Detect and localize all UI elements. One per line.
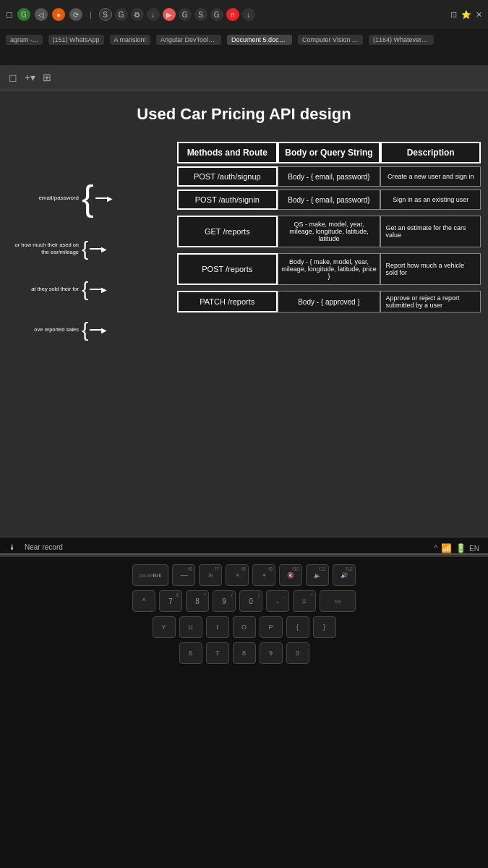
key-7-top: & xyxy=(176,592,179,597)
tab-whatever[interactable]: (1164) Whatever th... xyxy=(369,35,434,45)
nav-icon-green[interactable]: G xyxy=(17,8,30,21)
ext-icon8[interactable]: G xyxy=(210,8,223,21)
key-b6-label: 6 xyxy=(189,650,192,657)
ext-icon6[interactable]: G xyxy=(179,8,192,21)
nav-icon-gray2[interactable]: ⟳ xyxy=(69,8,82,21)
key-f7-top: f7 xyxy=(215,566,219,571)
key-f9-icon: ✦ xyxy=(262,572,267,579)
add-icon[interactable]: +▾ xyxy=(25,72,35,83)
nav-icon-orange[interactable]: ● xyxy=(52,8,65,21)
key-u[interactable]: U xyxy=(179,616,202,638)
ext-icon7[interactable]: S xyxy=(194,8,207,21)
main-content: Used Car Pricing API design email/passwo… xyxy=(0,90,488,537)
th-methods: Methods and Route xyxy=(177,142,278,163)
browser-chrome: ◻ G ◁ ● ⟳ | S G ⚙ ↓ ▶ G S G n ↓ ⊡ ⭐ ✕ ag… xyxy=(0,0,488,65)
key-pause[interactable]: pauseBrk xyxy=(132,564,168,586)
key-f9[interactable]: f9✦ xyxy=(252,564,275,586)
key-y-label: Y xyxy=(161,624,166,631)
annotation-get: or how much their ased on the ear/mileag… xyxy=(13,230,113,268)
sub-toolbar: ◻ +▾ ⊞ xyxy=(0,65,488,90)
ext-icon2[interactable]: G xyxy=(115,8,128,21)
annotation-patch: ove reported sales { ▶ xyxy=(13,311,113,349)
key-o[interactable]: O xyxy=(233,616,256,638)
key-u-label: U xyxy=(188,624,193,631)
key-f7[interactable]: f7⊞ xyxy=(199,564,222,586)
ann-text-patch: ove reported sales xyxy=(13,326,82,333)
key-9-main: 9 xyxy=(222,597,226,605)
tab-mansion[interactable]: A mansion! xyxy=(110,35,151,45)
key-caret[interactable]: ^ xyxy=(132,590,155,612)
key-minus-main: - xyxy=(276,597,278,605)
key-8[interactable]: * 8 xyxy=(186,590,209,612)
bookmark-icon[interactable]: ⭐ xyxy=(461,10,471,20)
tab-whatsapp[interactable]: (151) WhatsApp xyxy=(48,35,104,45)
ann-arrow-auth xyxy=(95,197,107,199)
key-0[interactable]: ) 0 xyxy=(239,590,262,612)
grid-icon[interactable]: ⊞ xyxy=(43,72,51,83)
td-method-get: GET /reports xyxy=(177,216,278,247)
key-f11[interactable]: f11🔈 xyxy=(306,564,329,586)
key-b9[interactable]: 9 xyxy=(260,642,283,664)
share-icon[interactable]: ⊡ xyxy=(450,10,457,20)
ann-arrow-patch xyxy=(90,329,101,331)
nav-icon-gray[interactable]: ◁ xyxy=(35,8,48,21)
extension-icons: S G ⚙ ↓ ▶ G S G n ↓ xyxy=(99,8,255,21)
ext-icon-red[interactable]: n xyxy=(226,8,239,21)
table-row-get-reports: GET /reports QS - make, model, year, mil… xyxy=(177,216,481,247)
status-icon-2: 📶 xyxy=(441,543,452,553)
key-9[interactable]: ( 9 xyxy=(213,590,236,612)
tab-document[interactable]: Document 5.docx -... xyxy=(227,35,292,45)
tab-cv[interactable]: Computer Vision An... xyxy=(298,35,363,45)
ext-icon5[interactable]: ▶ xyxy=(163,8,176,21)
keyboard-area: pauseBrk f6⟵ f7⊞ f8☀ f9✦ f10🔇 f11🔈 f12🔊 … xyxy=(0,557,488,868)
ann-brace-post: { xyxy=(82,281,88,298)
api-table: Methods and Route Body or Query String D… xyxy=(177,142,481,315)
key-b9-label: 9 xyxy=(269,650,273,657)
td-desc-get: Get an estimate for the cars value xyxy=(380,216,481,247)
table-row-post-reports: POST /reports Body - { make, model, year… xyxy=(177,253,481,285)
key-i[interactable]: I xyxy=(206,616,229,638)
toolbar-spacer: | xyxy=(90,11,92,19)
key-b6[interactable]: 6 xyxy=(179,642,202,664)
status-icons: ^ 📶 🔋 EN xyxy=(434,541,479,554)
key-y[interactable]: Y xyxy=(153,616,176,638)
key-7[interactable]: & 7 xyxy=(159,590,182,612)
key-b7[interactable]: 7 xyxy=(206,642,229,664)
window-controls: ⊡ ⭐ ✕ xyxy=(450,10,482,20)
key-equals[interactable]: + = xyxy=(293,590,316,612)
key-f12[interactable]: f12🔊 xyxy=(333,564,356,586)
annotation-post: at they sold their for { ▶ xyxy=(13,271,113,308)
tab-instagram[interactable]: agram -... xyxy=(6,35,43,45)
key-f7-icon: ⊞ xyxy=(208,572,213,579)
key-f8[interactable]: f8☀ xyxy=(226,564,249,586)
key-rbracket[interactable]: } xyxy=(313,616,336,638)
key-minus[interactable]: _ - xyxy=(266,590,289,612)
key-9-top: ( xyxy=(231,592,233,597)
table-row-signup: POST /auth/signup Body - { email, passwo… xyxy=(177,166,481,187)
key-p[interactable]: P xyxy=(260,616,283,638)
key-f6[interactable]: f6⟵ xyxy=(172,564,195,586)
key-b0[interactable]: 0 xyxy=(286,642,309,664)
ext-icon4[interactable]: ↓ xyxy=(147,8,160,21)
key-lbracket[interactable]: { xyxy=(286,616,309,638)
ext-icon3[interactable]: ⚙ xyxy=(131,8,144,21)
key-backspace[interactable]: ba xyxy=(320,590,356,612)
key-f10[interactable]: f10🔇 xyxy=(279,564,302,586)
number-key-row: ^ & 7 * 8 ( 9 ) 0 _ - + = ba xyxy=(132,590,356,612)
td-body-patch: Body - { approved } xyxy=(278,291,381,312)
td-method-signup: POST /auth/signup xyxy=(177,166,278,187)
ext-icon9[interactable]: ↓ xyxy=(242,8,255,21)
api-diagram-wrapper: email/password { ▶ or how much their ase… xyxy=(7,142,481,315)
key-b7-label: 7 xyxy=(215,650,219,657)
key-f10-top: f10 xyxy=(292,566,299,571)
tab-angular[interactable]: Angular DevTools -... xyxy=(156,35,221,45)
ext-icon1[interactable]: S xyxy=(99,8,112,21)
ann-text-auth: email/password xyxy=(13,195,82,202)
annotation-auth: email/password { ▶ xyxy=(13,169,113,227)
key-b8[interactable]: 8 xyxy=(233,642,256,664)
key-o-label: O xyxy=(241,624,247,631)
status-icon-1: ^ xyxy=(434,543,438,553)
menu-icon[interactable]: ✕ xyxy=(476,10,482,20)
ann-arrowhead-post: ▶ xyxy=(101,286,107,294)
ann-arrowhead-auth: ▶ xyxy=(107,195,113,203)
